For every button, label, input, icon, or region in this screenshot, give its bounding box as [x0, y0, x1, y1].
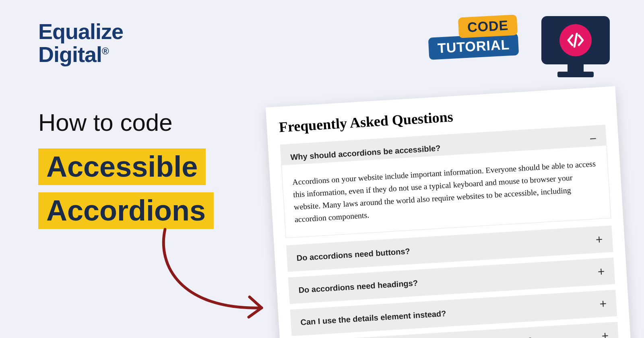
code-slash-icon	[559, 24, 592, 56]
expand-icon: +	[599, 297, 607, 310]
faq-question-2: Do accordions need buttons?	[296, 246, 410, 262]
code-badge: CODE	[458, 14, 518, 38]
faq-question-3: Do accordions need headings?	[298, 278, 418, 295]
badge-stack: CODE TUTORIAL	[429, 16, 529, 60]
monitor-icon	[541, 16, 610, 76]
title-intro: How to code	[38, 109, 214, 136]
faq-question-5: Where else can I learn about coding acce…	[302, 336, 533, 338]
title-highlight-1: Accessible	[38, 148, 206, 185]
expand-icon: +	[597, 266, 605, 278]
expand-icon: +	[595, 233, 603, 246]
monitor-screen	[541, 16, 610, 64]
monitor-base	[557, 72, 594, 77]
curved-arrow-icon	[149, 225, 282, 326]
title-highlight-2: Accordions	[38, 192, 214, 229]
faq-panel: Frequently Asked Questions Why should ac…	[266, 86, 632, 338]
monitor-stand	[568, 64, 584, 72]
page-title: How to code Accessible Accordions	[38, 109, 214, 236]
collapse-icon: −	[589, 132, 597, 145]
registered-mark: ®	[102, 45, 109, 56]
logo-line1: Equalize	[38, 20, 123, 43]
logo-line2: Digital®	[38, 43, 123, 66]
badge-group: CODE TUTORIAL	[429, 16, 610, 76]
faq-question-4: Can I use the details element instead?	[300, 309, 446, 327]
brand-logo: Equalize Digital®	[38, 20, 123, 66]
expand-icon: +	[601, 330, 609, 338]
